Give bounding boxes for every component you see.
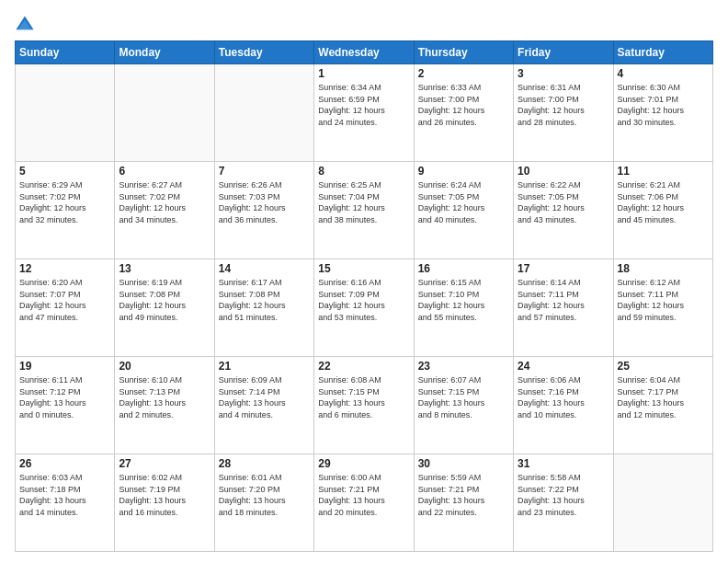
cell-info: Sunrise: 6:33 AM Sunset: 7:00 PM Dayligh… xyxy=(418,82,509,128)
day-number: 7 xyxy=(219,165,310,178)
calendar-cell-1-7: 4Sunrise: 6:30 AM Sunset: 7:01 PM Daylig… xyxy=(613,64,712,162)
weekday-header-friday: Friday xyxy=(514,41,613,64)
weekday-header-sunday: Sunday xyxy=(16,41,115,64)
day-number: 4 xyxy=(618,67,709,80)
calendar-cell-1-2 xyxy=(115,64,214,162)
day-number: 31 xyxy=(518,457,609,470)
cell-info: Sunrise: 6:27 AM Sunset: 7:02 PM Dayligh… xyxy=(119,179,210,225)
calendar-cell-4-2: 20Sunrise: 6:10 AM Sunset: 7:13 PM Dayli… xyxy=(115,357,214,454)
day-number: 25 xyxy=(618,360,709,373)
logo-icon xyxy=(15,15,35,35)
cell-info: Sunrise: 6:02 AM Sunset: 7:19 PM Dayligh… xyxy=(119,472,210,518)
day-number: 27 xyxy=(119,457,210,470)
calendar-week-row-4: 19Sunrise: 6:11 AM Sunset: 7:12 PM Dayli… xyxy=(16,357,713,454)
weekday-header-wednesday: Wednesday xyxy=(314,41,414,64)
calendar-cell-2-5: 9Sunrise: 6:24 AM Sunset: 7:05 PM Daylig… xyxy=(414,162,513,259)
calendar-cell-4-4: 22Sunrise: 6:08 AM Sunset: 7:15 PM Dayli… xyxy=(314,357,414,454)
cell-info: Sunrise: 6:10 AM Sunset: 7:13 PM Dayligh… xyxy=(119,374,210,420)
calendar-cell-4-6: 24Sunrise: 6:06 AM Sunset: 7:16 PM Dayli… xyxy=(514,357,613,454)
cell-info: Sunrise: 6:22 AM Sunset: 7:05 PM Dayligh… xyxy=(518,179,609,225)
day-number: 17 xyxy=(518,262,609,275)
cell-info: Sunrise: 6:14 AM Sunset: 7:11 PM Dayligh… xyxy=(518,277,609,323)
day-number: 26 xyxy=(19,457,110,470)
weekday-header-thursday: Thursday xyxy=(414,41,513,64)
day-number: 23 xyxy=(418,360,509,373)
day-number: 29 xyxy=(318,457,409,470)
day-number: 24 xyxy=(518,360,609,373)
day-number: 30 xyxy=(418,457,509,470)
cell-info: Sunrise: 6:31 AM Sunset: 7:00 PM Dayligh… xyxy=(518,82,609,128)
calendar-cell-5-1: 26Sunrise: 6:03 AM Sunset: 7:18 PM Dayli… xyxy=(16,454,115,552)
cell-info: Sunrise: 6:00 AM Sunset: 7:21 PM Dayligh… xyxy=(318,472,409,518)
day-number: 6 xyxy=(119,165,210,178)
day-number: 18 xyxy=(618,262,709,275)
day-number: 8 xyxy=(318,165,409,178)
calendar-cell-1-1 xyxy=(16,64,115,162)
cell-info: Sunrise: 6:16 AM Sunset: 7:09 PM Dayligh… xyxy=(318,277,409,323)
logo xyxy=(15,15,37,35)
cell-info: Sunrise: 6:34 AM Sunset: 6:59 PM Dayligh… xyxy=(318,82,409,128)
cell-info: Sunrise: 6:17 AM Sunset: 7:08 PM Dayligh… xyxy=(219,277,310,323)
cell-info: Sunrise: 6:12 AM Sunset: 7:11 PM Dayligh… xyxy=(618,277,709,323)
cell-info: Sunrise: 6:06 AM Sunset: 7:16 PM Dayligh… xyxy=(518,374,609,420)
cell-info: Sunrise: 5:59 AM Sunset: 7:21 PM Dayligh… xyxy=(418,472,509,518)
cell-info: Sunrise: 6:03 AM Sunset: 7:18 PM Dayligh… xyxy=(19,472,110,518)
day-number: 1 xyxy=(318,67,409,80)
calendar-cell-3-7: 18Sunrise: 6:12 AM Sunset: 7:11 PM Dayli… xyxy=(613,259,712,357)
calendar-cell-2-6: 10Sunrise: 6:22 AM Sunset: 7:05 PM Dayli… xyxy=(514,162,613,259)
cell-info: Sunrise: 6:04 AM Sunset: 7:17 PM Dayligh… xyxy=(618,374,709,420)
day-number: 16 xyxy=(418,262,509,275)
calendar-cell-3-2: 13Sunrise: 6:19 AM Sunset: 7:08 PM Dayli… xyxy=(115,259,214,357)
calendar-table: SundayMondayTuesdayWednesdayThursdayFrid… xyxy=(15,40,713,552)
cell-info: Sunrise: 6:21 AM Sunset: 7:06 PM Dayligh… xyxy=(618,179,709,225)
calendar-cell-3-1: 12Sunrise: 6:20 AM Sunset: 7:07 PM Dayli… xyxy=(16,259,115,357)
calendar-cell-4-1: 19Sunrise: 6:11 AM Sunset: 7:12 PM Dayli… xyxy=(16,357,115,454)
calendar-cell-3-6: 17Sunrise: 6:14 AM Sunset: 7:11 PM Dayli… xyxy=(514,259,613,357)
cell-info: Sunrise: 6:08 AM Sunset: 7:15 PM Dayligh… xyxy=(318,374,409,420)
weekday-header-row: SundayMondayTuesdayWednesdayThursdayFrid… xyxy=(16,41,713,64)
calendar-cell-4-7: 25Sunrise: 6:04 AM Sunset: 7:17 PM Dayli… xyxy=(613,357,712,454)
cell-info: Sunrise: 6:01 AM Sunset: 7:20 PM Dayligh… xyxy=(219,472,310,518)
calendar-week-row-5: 26Sunrise: 6:03 AM Sunset: 7:18 PM Dayli… xyxy=(16,454,713,552)
calendar-cell-2-7: 11Sunrise: 6:21 AM Sunset: 7:06 PM Dayli… xyxy=(613,162,712,259)
calendar-cell-1-3 xyxy=(214,64,313,162)
cell-info: Sunrise: 6:30 AM Sunset: 7:01 PM Dayligh… xyxy=(618,82,709,128)
day-number: 13 xyxy=(119,262,210,275)
cell-info: Sunrise: 6:19 AM Sunset: 7:08 PM Dayligh… xyxy=(119,277,210,323)
day-number: 9 xyxy=(418,165,509,178)
day-number: 21 xyxy=(219,360,310,373)
calendar-cell-5-7 xyxy=(613,454,712,552)
cell-info: Sunrise: 6:20 AM Sunset: 7:07 PM Dayligh… xyxy=(19,277,110,323)
calendar-week-row-3: 12Sunrise: 6:20 AM Sunset: 7:07 PM Dayli… xyxy=(16,259,713,357)
day-number: 15 xyxy=(318,262,409,275)
calendar-cell-5-2: 27Sunrise: 6:02 AM Sunset: 7:19 PM Dayli… xyxy=(115,454,214,552)
calendar-cell-3-5: 16Sunrise: 6:15 AM Sunset: 7:10 PM Dayli… xyxy=(414,259,513,357)
calendar-cell-4-3: 21Sunrise: 6:09 AM Sunset: 7:14 PM Dayli… xyxy=(214,357,313,454)
cell-info: Sunrise: 6:15 AM Sunset: 7:10 PM Dayligh… xyxy=(418,277,509,323)
header xyxy=(15,11,713,35)
weekday-header-monday: Monday xyxy=(115,41,214,64)
day-number: 14 xyxy=(219,262,310,275)
calendar-cell-5-6: 31Sunrise: 5:58 AM Sunset: 7:22 PM Dayli… xyxy=(514,454,613,552)
day-number: 10 xyxy=(518,165,609,178)
weekday-header-tuesday: Tuesday xyxy=(214,41,313,64)
calendar-cell-2-4: 8Sunrise: 6:25 AM Sunset: 7:04 PM Daylig… xyxy=(314,162,414,259)
cell-info: Sunrise: 6:29 AM Sunset: 7:02 PM Dayligh… xyxy=(19,179,110,225)
cell-info: Sunrise: 6:25 AM Sunset: 7:04 PM Dayligh… xyxy=(318,179,409,225)
cell-info: Sunrise: 6:24 AM Sunset: 7:05 PM Dayligh… xyxy=(418,179,509,225)
day-number: 22 xyxy=(318,360,409,373)
calendar-cell-4-5: 23Sunrise: 6:07 AM Sunset: 7:15 PM Dayli… xyxy=(414,357,513,454)
day-number: 2 xyxy=(418,67,509,80)
calendar-week-row-2: 5Sunrise: 6:29 AM Sunset: 7:02 PM Daylig… xyxy=(16,162,713,259)
calendar-cell-5-5: 30Sunrise: 5:59 AM Sunset: 7:21 PM Dayli… xyxy=(414,454,513,552)
calendar-cell-1-4: 1Sunrise: 6:34 AM Sunset: 6:59 PM Daylig… xyxy=(314,64,414,162)
calendar-cell-1-5: 2Sunrise: 6:33 AM Sunset: 7:00 PM Daylig… xyxy=(414,64,513,162)
calendar-cell-3-4: 15Sunrise: 6:16 AM Sunset: 7:09 PM Dayli… xyxy=(314,259,414,357)
calendar-cell-2-1: 5Sunrise: 6:29 AM Sunset: 7:02 PM Daylig… xyxy=(16,162,115,259)
day-number: 12 xyxy=(19,262,110,275)
day-number: 28 xyxy=(219,457,310,470)
day-number: 5 xyxy=(19,165,110,178)
cell-info: Sunrise: 6:09 AM Sunset: 7:14 PM Dayligh… xyxy=(219,374,310,420)
calendar-cell-1-6: 3Sunrise: 6:31 AM Sunset: 7:00 PM Daylig… xyxy=(514,64,613,162)
cell-info: Sunrise: 5:58 AM Sunset: 7:22 PM Dayligh… xyxy=(518,472,609,518)
